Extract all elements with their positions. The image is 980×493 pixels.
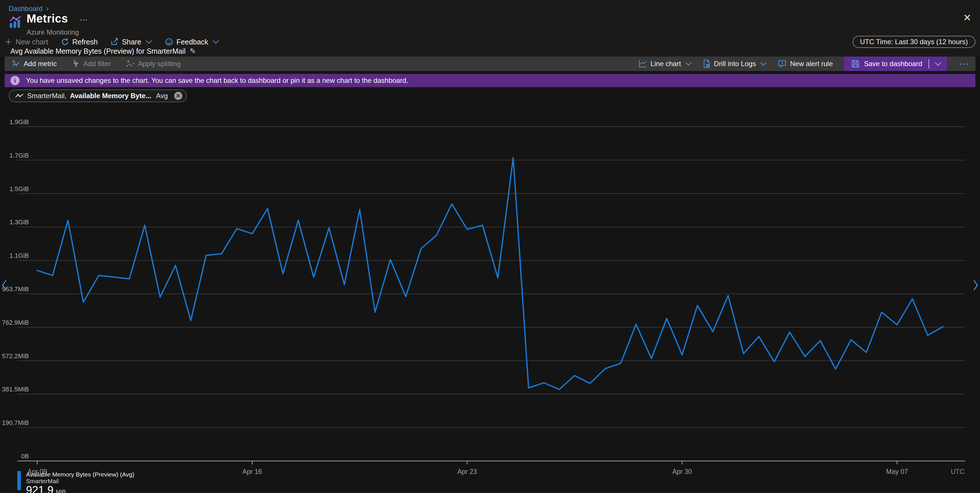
y-tick-label: 1.5GiB: [10, 185, 29, 192]
x-tick-label: Apr 23: [457, 468, 477, 476]
y-tick-label: 190.7MiB: [2, 419, 29, 426]
x-tick-label: Apr 30: [672, 468, 692, 476]
legend-value: 921.9: [26, 485, 53, 493]
legend-unit: MiB: [56, 489, 65, 493]
series-line[interactable]: [37, 158, 943, 389]
legend-metric-name: Available Memory Bytes (Preview) (Avg): [26, 471, 134, 478]
chart-legend[interactable]: Available Memory Bytes (Preview) (Avg) S…: [18, 471, 134, 493]
x-tick-label: May 07: [886, 468, 908, 476]
legend-resource-name: SmarterMail: [26, 478, 134, 484]
y-tick-label: 0B: [21, 453, 29, 460]
y-tick-label: 1.3GiB: [10, 219, 29, 226]
pan-right-icon[interactable]: [972, 279, 979, 291]
y-tick-label: 1.7GiB: [10, 152, 29, 159]
y-tick-label: 762.9MiB: [2, 319, 29, 326]
y-tick-label: 1.1GiB: [10, 252, 29, 259]
timezone-label: UTC: [951, 468, 964, 476]
y-tick-label: 1.9GiB: [10, 118, 29, 125]
pan-left-icon[interactable]: [1, 279, 8, 291]
line-chart[interactable]: 0B190.7MiB381.5MiB572.2MiB762.9MiB953.7M…: [0, 0, 980, 493]
x-tick-label: Apr 16: [242, 468, 262, 476]
y-tick-label: 381.5MiB: [2, 386, 29, 393]
y-tick-label: 572.2MiB: [2, 352, 29, 360]
legend-color-bar: [18, 471, 21, 490]
metrics-page: Dashboard › ✕ Metrics ⋯ Azure Monitoring…: [0, 0, 980, 493]
